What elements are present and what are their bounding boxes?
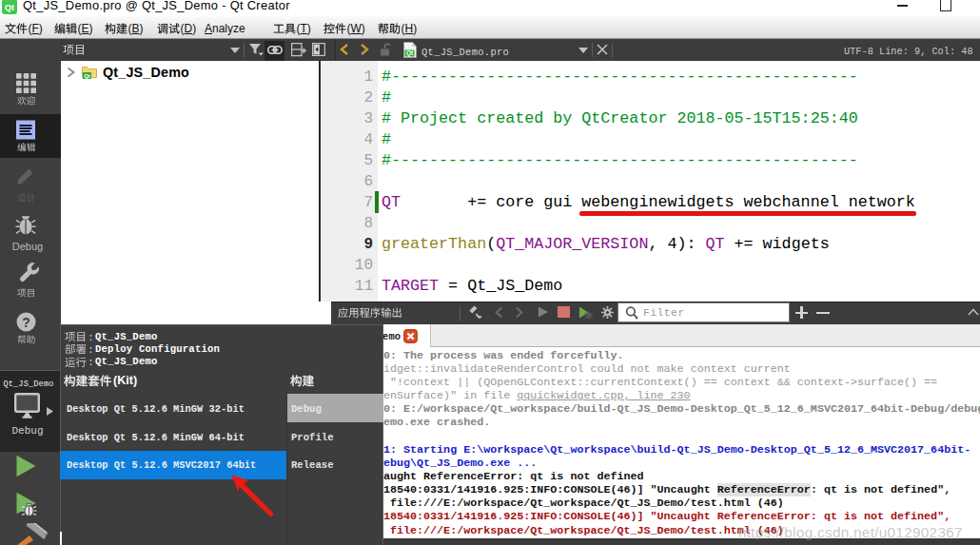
svg-text:?: ? bbox=[22, 314, 30, 329]
svg-text:Qt: Qt bbox=[406, 49, 414, 57]
svg-text:Qt: Qt bbox=[84, 73, 90, 79]
svg-text:Qt: Qt bbox=[5, 3, 14, 12]
